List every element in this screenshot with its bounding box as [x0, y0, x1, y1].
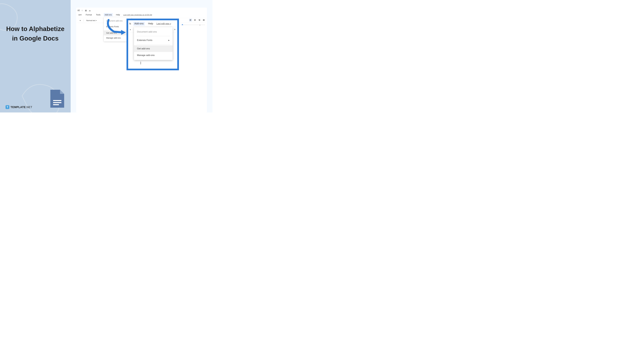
arrow-icon: [104, 18, 126, 35]
toolbar-styles[interactable]: Normal text ▾: [85, 19, 98, 22]
inset-menu-help[interactable]: Help: [147, 22, 154, 26]
submenu-arrow-icon: ▶: [168, 39, 170, 41]
align-justify-icon[interactable]: [202, 18, 205, 22]
menu-format[interactable]: Format: [85, 13, 92, 16]
svg-rect-0: [53, 100, 62, 101]
svg-rect-1: [53, 102, 62, 103]
menu-tools[interactable]: Tools: [95, 13, 102, 16]
star-icon[interactable]: ☆: [81, 9, 83, 12]
right-panel: nt ☆ ▣ ☁ sert Format Tools Add-ons Help …: [71, 0, 212, 112]
align-center-icon[interactable]: [194, 18, 196, 22]
svg-text:4: 4: [200, 24, 200, 26]
doc-title-fragment: nt: [78, 9, 80, 12]
cloud-icon[interactable]: ☁: [88, 9, 91, 12]
text-cursor: [140, 62, 141, 64]
align-buttons: [189, 18, 205, 22]
inset-last-edit[interactable]: Last edit was y: [156, 22, 171, 25]
inset-dd-header: Document add-ons: [134, 28, 172, 35]
logo-text: TEMPLATE.NET: [10, 106, 32, 109]
docs-title-row: nt ☆ ▣ ☁: [78, 8, 206, 12]
align-left-icon[interactable]: [189, 18, 192, 22]
inset-menu-bar: ls Add-ons Help Last edit was y: [128, 20, 177, 27]
inset-dd-get[interactable]: Get add-ons: [134, 45, 172, 52]
inset-plus-icon[interactable]: +: [174, 28, 176, 31]
google-docs-icon: [49, 88, 66, 109]
inset-menu-addons[interactable]: Add-ons: [133, 22, 145, 26]
menu-bar: sert Format Tools Add-ons Help Last edit…: [78, 13, 206, 17]
menu-insert[interactable]: sert: [78, 13, 82, 16]
page-title: How to Alphabetize in Google Docs: [0, 24, 71, 43]
left-panel: How to Alphabetize in Google Docs T TEMP…: [0, 0, 71, 112]
inset-caret-icon[interactable]: ▾: [130, 28, 131, 31]
brand-logo: T TEMPLATE.NET: [6, 105, 32, 109]
inset-menu-tools-frag[interactable]: ls: [129, 22, 131, 25]
divider: [136, 36, 170, 36]
folder-icon[interactable]: ▣: [85, 9, 87, 12]
toolbar-dropdown-left[interactable]: ▾: [79, 19, 82, 22]
menu-help[interactable]: Help: [115, 13, 121, 16]
logo-icon: T: [6, 105, 10, 109]
svg-rect-3: [182, 24, 205, 25]
svg-marker-6: [121, 30, 126, 35]
inset-dropdown: Document add-ons Extensis Fonts ▶ Get ad…: [134, 27, 172, 60]
inset-dd-extensis[interactable]: Extensis Fonts ▶: [134, 37, 172, 43]
inset-zoom: ls Add-ons Help Last edit was y ▾ + Docu…: [126, 18, 179, 70]
menu-addons[interactable]: Add-ons: [104, 13, 112, 16]
ruler: 4: [182, 24, 205, 26]
svg-rect-2: [53, 104, 59, 105]
align-right-icon[interactable]: [198, 18, 201, 22]
last-edit-link[interactable]: Last edit was yesterday at 10:09 AM: [123, 14, 152, 16]
inset-dd-manage[interactable]: Manage add-ons: [134, 52, 172, 58]
